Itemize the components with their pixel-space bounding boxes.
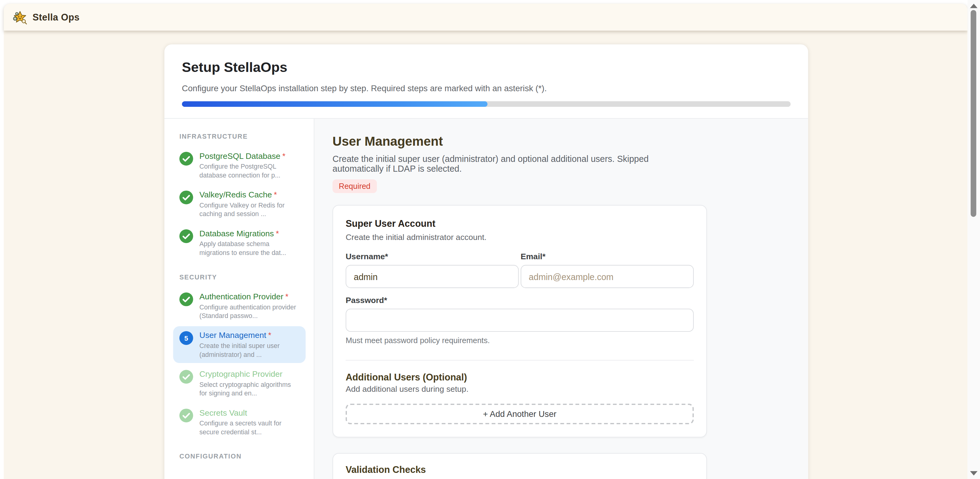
step-content: User Management Create the initial super… <box>314 119 808 479</box>
step-description: Configure Valkey or Redis for caching an… <box>199 201 304 218</box>
sidebar-item-cryptographic-provider[interactable]: Cryptographic Provider Select cryptograp… <box>173 365 305 401</box>
sidebar-item-secrets-vault[interactable]: Secrets Vault Configure a secrets vault … <box>173 404 305 441</box>
required-asterisk: * <box>268 331 271 340</box>
step-title: PostgreSQL Database* <box>199 151 304 161</box>
brand[interactable]: Stella Ops <box>13 10 80 25</box>
page-title: Setup StellaOps <box>182 59 791 76</box>
setup-wizard-card: Setup StellaOps Configure your StellaOps… <box>164 45 808 479</box>
check-circle-icon <box>180 370 193 384</box>
password-helper-text: Must meet password policy requirements. <box>346 336 694 345</box>
additional-users-subtitle: Add additional users during setup. <box>346 384 694 394</box>
check-circle-icon <box>180 191 193 204</box>
additional-users-title: Additional Users (Optional) <box>346 372 694 383</box>
check-circle-icon <box>180 152 193 166</box>
sidebar-item-postgresql-database[interactable]: PostgreSQL Database* Configure the Postg… <box>173 147 305 184</box>
section-label-infrastructure: INFRASTRUCTURE <box>180 132 305 140</box>
step-description: Apply database schema migrations to ensu… <box>199 240 304 257</box>
step-description: Configure authentication provider (Stand… <box>199 303 304 320</box>
step-number: 5 <box>184 334 188 342</box>
required-asterisk: * <box>282 151 285 161</box>
brand-name: Stella Ops <box>32 12 80 23</box>
card-subtitle: Create the initial administrator account… <box>346 232 694 242</box>
stellaops-logo-icon <box>13 10 27 25</box>
password-field[interactable] <box>346 309 694 332</box>
check-circle-icon <box>180 409 193 422</box>
username-email-row: Username* Email* <box>346 252 694 288</box>
required-asterisk: * <box>276 229 279 238</box>
required-asterisk: * <box>285 292 288 301</box>
section-label-configuration: CONFIGURATION <box>180 452 305 460</box>
validation-checks-card: Validation Checks exists Check passed <box>332 453 707 479</box>
steps-sidebar: INFRASTRUCTURE PostgreSQL Database* Conf… <box>164 119 314 479</box>
wizard-body: INFRASTRUCTURE PostgreSQL Database* Conf… <box>164 119 808 479</box>
step-title: User Management* <box>199 331 304 341</box>
setup-progress-bar <box>182 101 791 107</box>
progress-fill <box>182 101 487 107</box>
password-block: Password* Must meet password policy requ… <box>346 296 694 345</box>
step-description-text: Create the initial super user (administr… <box>332 154 695 173</box>
scroll-down-arrow-icon[interactable] <box>970 471 977 475</box>
section-label-security: SECURITY <box>180 273 305 280</box>
step-description: Configure the PostgreSQL database connec… <box>199 162 304 179</box>
step-number-badge: 5 <box>180 331 193 345</box>
card-title: Super User Account <box>346 218 694 229</box>
step-title: Secrets Vault <box>199 408 304 418</box>
step-title: Valkey/Redis Cache* <box>199 190 304 200</box>
sidebar-item-user-management[interactable]: 5 User Management* Create the initial su… <box>173 326 305 363</box>
username-label: Username* <box>346 252 519 261</box>
step-title: Authentication Provider* <box>199 292 304 302</box>
top-bar: Stella Ops <box>4 4 967 30</box>
email-field[interactable] <box>521 265 694 288</box>
sidebar-item-authentication-provider[interactable]: Authentication Provider* Configure authe… <box>173 287 305 324</box>
step-title: Cryptographic Provider <box>199 369 304 380</box>
add-another-user-button[interactable]: + Add Another User <box>346 404 694 424</box>
wizard-header: Setup StellaOps Configure your StellaOps… <box>164 45 808 119</box>
step-heading: User Management <box>332 134 808 149</box>
check-circle-icon <box>180 292 193 306</box>
username-field[interactable] <box>346 265 519 288</box>
sidebar-item-database-migrations[interactable]: Database Migrations* Apply database sche… <box>173 224 305 261</box>
scroll-up-arrow-icon[interactable] <box>970 4 977 8</box>
required-asterisk: * <box>274 190 277 200</box>
page-subtitle: Configure your StellaOps installation st… <box>182 84 791 93</box>
vertical-scrollbar[interactable] <box>967 0 980 479</box>
step-title: Database Migrations* <box>199 229 304 239</box>
step-description: Configure a secrets vault for secure cre… <box>199 419 304 436</box>
validation-title: Validation Checks <box>346 464 694 475</box>
required-badge: Required <box>332 179 377 193</box>
step-description: Create the initial super user (administr… <box>199 342 304 359</box>
super-user-account-card: Super User Account Create the initial ad… <box>332 205 707 438</box>
app-shell: Stella Ops Setup StellaOps Configure you… <box>4 4 967 479</box>
card-divider <box>346 360 694 361</box>
app-viewport: Stella Ops Setup StellaOps Configure you… <box>0 0 980 479</box>
sidebar-item-valkey-redis-cache[interactable]: Valkey/Redis Cache* Configure Valkey or … <box>173 186 305 222</box>
scrollbar-thumb[interactable] <box>970 10 976 217</box>
password-label: Password* <box>346 296 694 305</box>
email-label: Email* <box>521 252 694 261</box>
step-description: Select cryptographic algorithms for sign… <box>199 380 304 397</box>
check-circle-icon <box>180 229 193 243</box>
